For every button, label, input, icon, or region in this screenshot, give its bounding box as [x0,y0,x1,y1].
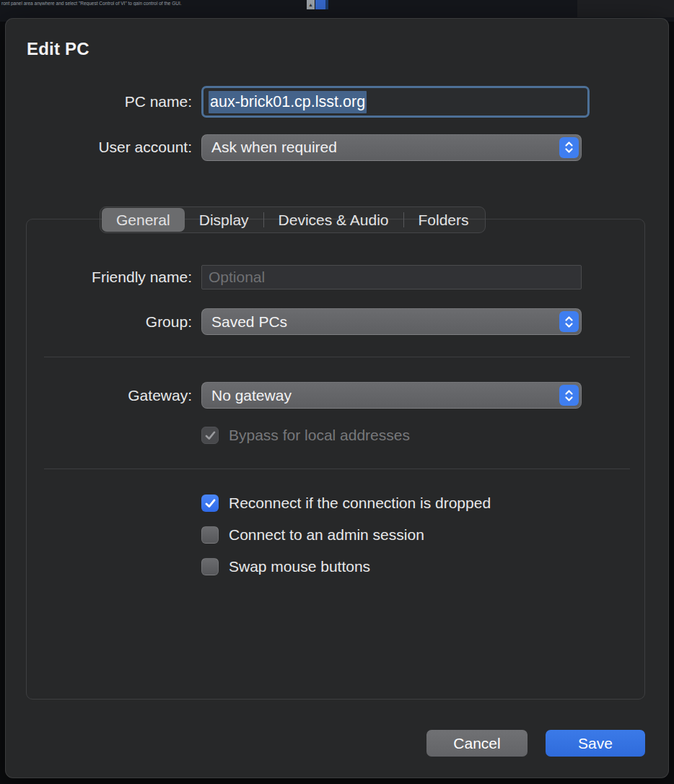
dialog-title: Edit PC [27,39,89,59]
edit-pc-dialog: Edit PC PC name: aux-brick01.cp.lsst.org… [5,18,669,778]
user-account-dropdown[interactable]: Ask when required [201,134,582,161]
pc-name-selected-text: aux-brick01.cp.lsst.org [209,91,367,113]
pc-name-row: PC name: aux-brick01.cp.lsst.org [6,86,590,118]
tab-general[interactable]: General [102,208,185,232]
background-page-text: ront panel area anywhere and select "Req… [1,1,434,6]
save-button[interactable]: Save [546,730,645,757]
scrollbar-thumb[interactable] [315,0,325,9]
tab-devices-audio[interactable]: Devices & Audio [264,208,403,232]
user-account-row: User account: Ask when required [6,134,582,161]
user-account-label: User account: [6,139,192,156]
tab-strip: General Display Devices & Audio Folders [100,206,486,233]
tab-display[interactable]: Display [185,208,263,232]
user-account-value: Ask when required [211,139,337,156]
scrollbar-track [325,0,328,9]
background-page-panel [577,0,674,17]
cancel-button[interactable]: Cancel [426,730,528,757]
pc-name-label: PC name: [6,93,192,110]
pc-name-input[interactable]: aux-brick01.cp.lsst.org [201,86,590,118]
scroll-up-arrow-icon[interactable]: ▲ [307,0,315,9]
chevron-up-down-icon [559,137,579,158]
general-tab-panel [26,219,645,700]
tab-folders[interactable]: Folders [404,208,483,232]
